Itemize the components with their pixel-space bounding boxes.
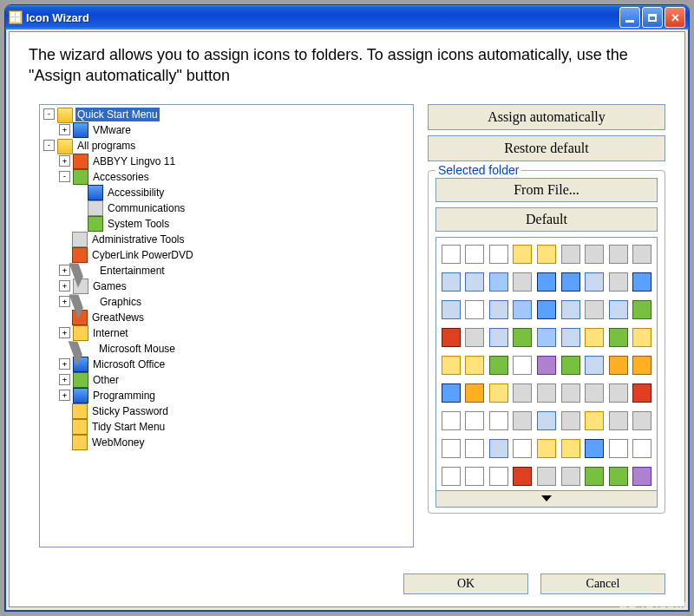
tree-item[interactable]: +Other (40, 372, 413, 388)
tree-item[interactable]: Tidy Start Menu (40, 419, 413, 435)
icon-choice[interactable] (560, 355, 581, 376)
expand-icon[interactable]: + (59, 124, 70, 135)
tree-item[interactable]: Accessibility (40, 185, 413, 200)
icon-choice[interactable] (464, 244, 485, 265)
tree-item[interactable]: +VMware (40, 122, 413, 138)
icon-choice[interactable] (608, 272, 629, 292)
icon-choice[interactable] (584, 438, 605, 459)
icon-choice[interactable] (584, 299, 605, 320)
icon-choice[interactable] (536, 244, 557, 265)
expand-icon[interactable]: + (59, 390, 70, 401)
minimize-button[interactable] (619, 7, 640, 28)
tree-item[interactable]: +Programming (40, 388, 413, 403)
close-button[interactable]: ✕ (665, 7, 685, 28)
icon-choice[interactable] (441, 383, 462, 403)
tree-item[interactable]: CyberLink PowerDVD (40, 247, 413, 263)
icon-choice[interactable] (608, 410, 629, 431)
icon-choice[interactable] (560, 466, 581, 487)
icon-choice[interactable] (560, 383, 581, 403)
tree-item[interactable]: +ABBYY Lingvo 11 (40, 154, 413, 169)
expand-icon[interactable]: + (59, 327, 70, 338)
icon-choice[interactable] (536, 299, 557, 320)
icon-choice[interactable] (632, 438, 652, 459)
icon-choice[interactable] (632, 383, 652, 403)
icon-choice[interactable] (584, 272, 605, 292)
icon-choice[interactable] (632, 299, 652, 320)
icon-choice[interactable] (608, 299, 629, 320)
expand-icon[interactable]: + (59, 296, 70, 307)
tree-item[interactable]: Microsoft Mouse (40, 341, 413, 357)
icon-choice[interactable] (488, 244, 509, 265)
default-button[interactable]: Default (435, 207, 658, 232)
icon-choice[interactable] (632, 272, 652, 292)
icon-choice[interactable] (632, 466, 652, 487)
icon-choice[interactable] (441, 410, 462, 431)
tree-item[interactable]: System Tools (40, 216, 413, 232)
icon-choice[interactable] (464, 355, 485, 376)
collapse-icon[interactable]: - (43, 108, 55, 120)
icon-choice[interactable] (560, 272, 581, 292)
icon-choice[interactable] (536, 272, 557, 292)
icon-choice[interactable] (536, 466, 557, 487)
maximize-button[interactable] (642, 7, 663, 28)
icon-choice[interactable] (488, 383, 509, 403)
icon-choice[interactable] (560, 244, 581, 265)
icon-choice[interactable] (441, 355, 462, 376)
icon-choice[interactable] (584, 383, 605, 403)
icon-choice[interactable] (632, 410, 652, 431)
icon-choice[interactable] (464, 299, 485, 320)
icon-choice[interactable] (584, 466, 605, 487)
icon-choice[interactable] (512, 299, 533, 320)
icon-choice[interactable] (488, 410, 509, 431)
expand-icon[interactable]: + (59, 155, 70, 167)
icon-choice[interactable] (441, 466, 462, 487)
icon-choice[interactable] (584, 327, 605, 348)
icon-choice[interactable] (608, 438, 629, 459)
expand-icon[interactable]: + (59, 280, 70, 292)
icon-choice[interactable] (441, 244, 462, 265)
icon-choice[interactable] (488, 355, 509, 376)
tree-item[interactable]: Administrative Tools (40, 232, 413, 247)
icon-choice[interactable] (560, 438, 581, 459)
icon-choice[interactable] (512, 244, 533, 265)
tree-item[interactable]: +Internet (40, 325, 413, 341)
icon-choice[interactable] (608, 355, 629, 376)
icon-choice[interactable] (608, 466, 629, 487)
icon-choice[interactable] (536, 438, 557, 459)
icon-choice[interactable] (536, 327, 557, 348)
icon-choice[interactable] (464, 466, 485, 487)
cancel-button[interactable]: Cancel (540, 573, 665, 594)
icon-choice[interactable] (560, 410, 581, 431)
tree-item[interactable]: -Accessories (40, 169, 413, 185)
icon-choice[interactable] (488, 327, 509, 348)
icon-choice[interactable] (464, 327, 485, 348)
icon-choice[interactable] (584, 410, 605, 431)
icon-choice[interactable] (632, 244, 652, 265)
icon-choice[interactable] (560, 299, 581, 320)
icon-choice[interactable] (512, 355, 533, 376)
icon-choice[interactable] (512, 466, 533, 487)
tree-item[interactable]: Communications (40, 200, 413, 216)
icon-choice[interactable] (512, 272, 533, 292)
icon-choice[interactable] (608, 383, 629, 403)
tree-item[interactable]: -Quick Start Menu (40, 107, 413, 122)
icon-choice[interactable] (632, 355, 652, 376)
ok-button[interactable]: OK (403, 573, 528, 594)
icon-grid-inner[interactable] (436, 238, 657, 490)
icon-choice[interactable] (608, 244, 629, 265)
icon-choice[interactable] (488, 299, 509, 320)
icon-choice[interactable] (464, 383, 485, 403)
icon-choice[interactable] (584, 355, 605, 376)
collapse-icon[interactable]: - (59, 171, 70, 182)
tree-item[interactable]: Sticky Password (40, 403, 413, 419)
icon-choice[interactable] (488, 466, 509, 487)
icon-choice[interactable] (512, 410, 533, 431)
icon-choice[interactable] (608, 327, 629, 348)
restore-default-button[interactable]: Restore default (428, 135, 665, 161)
collapse-icon[interactable]: - (43, 140, 55, 151)
icon-choice[interactable] (536, 410, 557, 431)
tree-item[interactable]: WebMoney (40, 435, 413, 450)
tree-item[interactable]: +Entertainment (40, 263, 413, 279)
icon-choice[interactable] (464, 272, 485, 292)
titlebar[interactable]: Icon Wizard ✕ (5, 5, 689, 29)
